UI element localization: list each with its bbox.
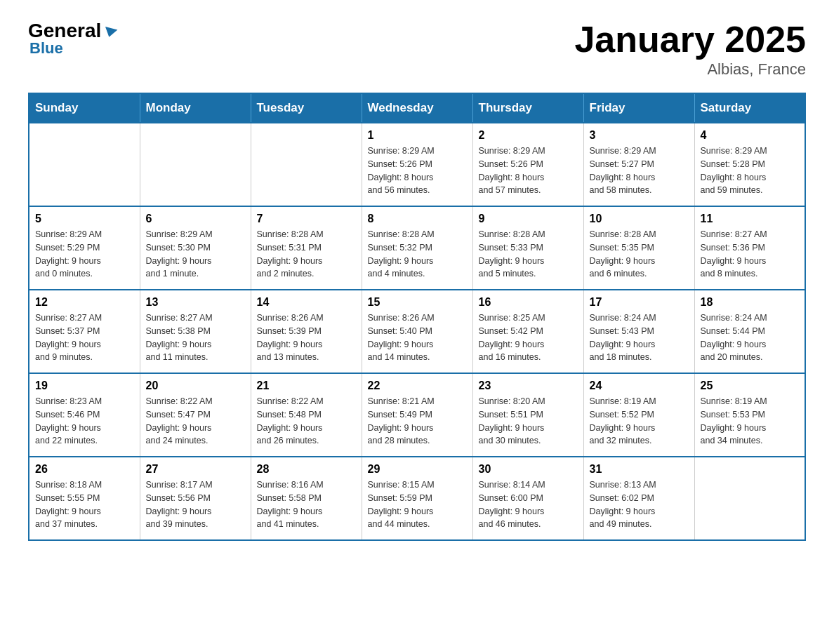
day-info: Sunrise: 8:21 AM Sunset: 5:49 PM Dayligh… [368, 395, 467, 448]
day-number: 3 [590, 129, 689, 142]
day-number: 30 [479, 463, 578, 476]
calendar-header: SundayMondayTuesdayWednesdayThursdayFrid… [29, 93, 805, 123]
page-header: General Blue January 2025 Albias, France [28, 21, 806, 79]
day-info: Sunrise: 8:25 AM Sunset: 5:42 PM Dayligh… [479, 311, 578, 364]
calendar-day-20: 20Sunrise: 8:22 AM Sunset: 5:47 PM Dayli… [140, 373, 251, 457]
calendar-day-29: 29Sunrise: 8:15 AM Sunset: 5:59 PM Dayli… [362, 457, 472, 540]
calendar-empty-cell [140, 123, 251, 206]
day-number: 17 [590, 296, 689, 309]
calendar-week-row: 26Sunrise: 8:18 AM Sunset: 5:55 PM Dayli… [29, 457, 805, 540]
month-title: January 2025 [574, 21, 806, 58]
calendar-day-23: 23Sunrise: 8:20 AM Sunset: 5:51 PM Dayli… [472, 373, 583, 457]
day-info: Sunrise: 8:29 AM Sunset: 5:28 PM Dayligh… [701, 145, 800, 197]
calendar-day-2: 2Sunrise: 8:29 AM Sunset: 5:26 PM Daylig… [472, 123, 583, 206]
day-number: 18 [701, 296, 800, 309]
day-info: Sunrise: 8:15 AM Sunset: 5:59 PM Dayligh… [368, 478, 467, 531]
day-number: 19 [35, 380, 134, 392]
day-number: 25 [701, 380, 800, 392]
calendar-empty-cell [29, 123, 140, 206]
calendar-day-3: 3Sunrise: 8:29 AM Sunset: 5:27 PM Daylig… [583, 123, 694, 206]
day-info: Sunrise: 8:13 AM Sunset: 6:02 PM Dayligh… [590, 478, 689, 531]
calendar-day-13: 13Sunrise: 8:27 AM Sunset: 5:38 PM Dayli… [140, 290, 251, 373]
day-info: Sunrise: 8:24 AM Sunset: 5:43 PM Dayligh… [590, 311, 689, 364]
day-number: 2 [479, 129, 578, 142]
day-number: 24 [590, 380, 689, 392]
day-info: Sunrise: 8:28 AM Sunset: 5:32 PM Dayligh… [368, 228, 467, 281]
calendar-day-19: 19Sunrise: 8:23 AM Sunset: 5:46 PM Dayli… [29, 373, 140, 457]
calendar-body: 1Sunrise: 8:29 AM Sunset: 5:26 PM Daylig… [29, 123, 805, 540]
day-info: Sunrise: 8:28 AM Sunset: 5:31 PM Dayligh… [257, 228, 356, 281]
calendar-day-31: 31Sunrise: 8:13 AM Sunset: 6:02 PM Dayli… [583, 457, 694, 540]
day-info: Sunrise: 8:29 AM Sunset: 5:29 PM Dayligh… [35, 228, 134, 281]
logo-blue-text: Blue [29, 39, 63, 58]
day-info: Sunrise: 8:26 AM Sunset: 5:39 PM Dayligh… [257, 311, 356, 364]
day-info: Sunrise: 8:24 AM Sunset: 5:44 PM Dayligh… [701, 311, 800, 364]
calendar-day-18: 18Sunrise: 8:24 AM Sunset: 5:44 PM Dayli… [694, 290, 805, 373]
day-number: 21 [257, 380, 356, 392]
calendar-day-17: 17Sunrise: 8:24 AM Sunset: 5:43 PM Dayli… [583, 290, 694, 373]
calendar-day-16: 16Sunrise: 8:25 AM Sunset: 5:42 PM Dayli… [472, 290, 583, 373]
day-info: Sunrise: 8:22 AM Sunset: 5:48 PM Dayligh… [257, 395, 356, 448]
calendar-day-27: 27Sunrise: 8:17 AM Sunset: 5:56 PM Dayli… [140, 457, 251, 540]
calendar-day-21: 21Sunrise: 8:22 AM Sunset: 5:48 PM Dayli… [251, 373, 362, 457]
weekday-header-sunday: Sunday [29, 93, 140, 123]
location-text: Albias, France [574, 60, 806, 79]
day-info: Sunrise: 8:29 AM Sunset: 5:27 PM Dayligh… [590, 145, 689, 197]
calendar-day-10: 10Sunrise: 8:28 AM Sunset: 5:35 PM Dayli… [583, 206, 694, 290]
day-number: 15 [368, 296, 467, 309]
day-number: 9 [479, 213, 578, 225]
day-info: Sunrise: 8:29 AM Sunset: 5:26 PM Dayligh… [479, 145, 578, 197]
day-number: 20 [146, 380, 245, 392]
day-info: Sunrise: 8:14 AM Sunset: 6:00 PM Dayligh… [479, 478, 578, 531]
day-number: 5 [35, 213, 134, 225]
day-info: Sunrise: 8:28 AM Sunset: 5:33 PM Dayligh… [479, 228, 578, 281]
day-info: Sunrise: 8:23 AM Sunset: 5:46 PM Dayligh… [35, 395, 134, 448]
day-info: Sunrise: 8:19 AM Sunset: 5:52 PM Dayligh… [590, 395, 689, 448]
calendar-day-1: 1Sunrise: 8:29 AM Sunset: 5:26 PM Daylig… [362, 123, 472, 206]
calendar-day-14: 14Sunrise: 8:26 AM Sunset: 5:39 PM Dayli… [251, 290, 362, 373]
calendar-day-25: 25Sunrise: 8:19 AM Sunset: 5:53 PM Dayli… [694, 373, 805, 457]
weekday-header-monday: Monday [140, 93, 251, 123]
day-number: 28 [257, 463, 356, 476]
calendar-day-4: 4Sunrise: 8:29 AM Sunset: 5:28 PM Daylig… [694, 123, 805, 206]
calendar-empty-cell [694, 457, 805, 540]
day-number: 6 [146, 213, 245, 225]
day-number: 29 [368, 463, 467, 476]
day-info: Sunrise: 8:27 AM Sunset: 5:36 PM Dayligh… [701, 228, 800, 281]
day-number: 7 [257, 213, 356, 225]
day-info: Sunrise: 8:16 AM Sunset: 5:58 PM Dayligh… [257, 478, 356, 531]
weekday-header-friday: Friday [583, 93, 694, 123]
calendar-day-15: 15Sunrise: 8:26 AM Sunset: 5:40 PM Dayli… [362, 290, 472, 373]
weekday-header-wednesday: Wednesday [362, 93, 472, 123]
day-number: 13 [146, 296, 245, 309]
logo-general-text: General [28, 21, 101, 41]
day-info: Sunrise: 8:27 AM Sunset: 5:38 PM Dayligh… [146, 311, 245, 364]
calendar-day-9: 9Sunrise: 8:28 AM Sunset: 5:33 PM Daylig… [472, 206, 583, 290]
title-block: January 2025 Albias, France [574, 21, 806, 79]
weekday-header-tuesday: Tuesday [251, 93, 362, 123]
day-info: Sunrise: 8:19 AM Sunset: 5:53 PM Dayligh… [701, 395, 800, 448]
day-info: Sunrise: 8:27 AM Sunset: 5:37 PM Dayligh… [35, 311, 134, 364]
logo: General Blue [28, 21, 117, 58]
weekday-header-saturday: Saturday [694, 93, 805, 123]
calendar-day-30: 30Sunrise: 8:14 AM Sunset: 6:00 PM Dayli… [472, 457, 583, 540]
calendar-week-row: 19Sunrise: 8:23 AM Sunset: 5:46 PM Dayli… [29, 373, 805, 457]
day-number: 31 [590, 463, 689, 476]
calendar-day-7: 7Sunrise: 8:28 AM Sunset: 5:31 PM Daylig… [251, 206, 362, 290]
day-number: 12 [35, 296, 134, 309]
calendar-empty-cell [251, 123, 362, 206]
calendar-week-row: 5Sunrise: 8:29 AM Sunset: 5:29 PM Daylig… [29, 206, 805, 290]
calendar-day-22: 22Sunrise: 8:21 AM Sunset: 5:49 PM Dayli… [362, 373, 472, 457]
day-info: Sunrise: 8:18 AM Sunset: 5:55 PM Dayligh… [35, 478, 134, 531]
day-number: 26 [35, 463, 134, 476]
day-number: 1 [368, 129, 467, 142]
day-info: Sunrise: 8:22 AM Sunset: 5:47 PM Dayligh… [146, 395, 245, 448]
calendar-day-11: 11Sunrise: 8:27 AM Sunset: 5:36 PM Dayli… [694, 206, 805, 290]
day-info: Sunrise: 8:29 AM Sunset: 5:26 PM Dayligh… [368, 145, 467, 197]
day-number: 23 [479, 380, 578, 392]
calendar-day-8: 8Sunrise: 8:28 AM Sunset: 5:32 PM Daylig… [362, 206, 472, 290]
day-number: 8 [368, 213, 467, 225]
day-number: 11 [701, 213, 800, 225]
calendar-week-row: 1Sunrise: 8:29 AM Sunset: 5:26 PM Daylig… [29, 123, 805, 206]
calendar-day-5: 5Sunrise: 8:29 AM Sunset: 5:29 PM Daylig… [29, 206, 140, 290]
